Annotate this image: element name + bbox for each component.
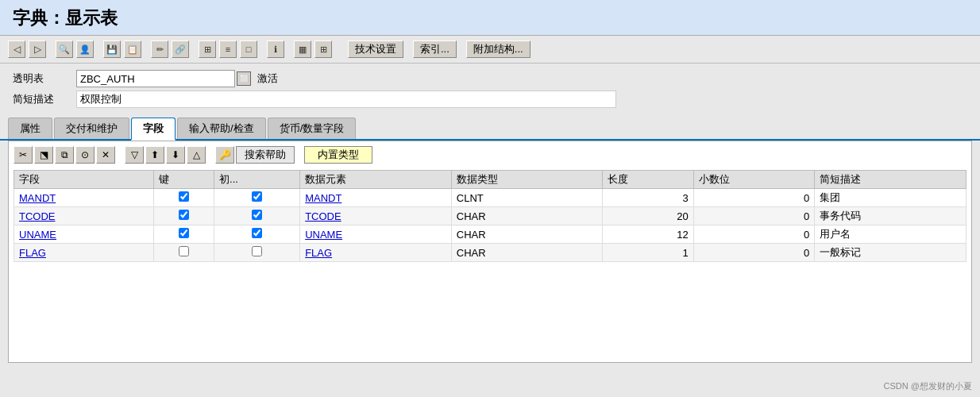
filter-icon: ▽ xyxy=(131,149,138,160)
append-structure-button[interactable]: 附加结构... xyxy=(466,40,531,58)
search-group: 🔑 搜索帮助 xyxy=(215,146,295,164)
blocks-button[interactable]: ⊞ xyxy=(199,40,216,58)
col-initial: 初... xyxy=(214,171,300,189)
tech-settings-button[interactable]: 技术设置 xyxy=(348,40,403,58)
cell-key[interactable] xyxy=(153,225,214,244)
table-button[interactable]: ⊞ xyxy=(314,40,332,58)
link-button[interactable]: 🔗 xyxy=(172,40,189,58)
doc-button[interactable]: 📋 xyxy=(124,40,141,58)
table-icon: ⊞ xyxy=(320,44,327,55)
cell-data-type: CLNT xyxy=(451,189,603,207)
main-toolbar: 🔍 👤 💾 📋 ✏ 🔗 ⊞ ≡ □ ℹ ▦ ⊞ 技术设置 索引... 附加结构.… xyxy=(0,36,980,64)
cell-initial[interactable] xyxy=(214,225,300,244)
copy3-button[interactable]: ⊙ xyxy=(75,146,95,164)
lines-icon: ≡ xyxy=(226,44,230,54)
cell-data-element[interactable]: UNAME xyxy=(300,225,452,244)
copy-button[interactable]: ⬜ xyxy=(237,71,251,86)
cell-initial[interactable] xyxy=(214,207,300,225)
cell-data-type: CHAR xyxy=(451,225,603,244)
cell-desc: 一般标记 xyxy=(815,244,966,262)
doc-icon: 📋 xyxy=(127,44,138,55)
content-area: ✂ ⬔ ⧉ ⊙ ✕ ▽ ⬆ ⬇ xyxy=(8,141,972,363)
blocks-icon: ⊞ xyxy=(204,44,211,55)
copy-icon: ⬜ xyxy=(240,75,249,83)
content-toolbar: ✂ ⬔ ⧉ ⊙ ✕ ▽ ⬆ ⬇ xyxy=(14,146,966,164)
transparent-table-label: 透明表 xyxy=(13,71,76,86)
cell-initial[interactable] xyxy=(214,244,300,262)
tab-properties[interactable]: 属性 xyxy=(8,118,52,139)
cut-button[interactable]: ✂ xyxy=(14,146,33,164)
key-button[interactable]: 🔑 xyxy=(215,146,234,164)
grid-button[interactable]: ▦ xyxy=(294,40,311,58)
table-name-input[interactable] xyxy=(76,70,235,87)
cell-field[interactable]: MANDT xyxy=(14,189,154,207)
title-bar: 字典：显示表 xyxy=(0,0,980,36)
cell-data-element[interactable]: TCODE xyxy=(300,207,452,225)
cut-copy-group: ✂ ⬔ ⧉ ⊙ ✕ xyxy=(14,146,115,164)
short-desc-input[interactable] xyxy=(76,91,616,108)
cell-data-element[interactable]: FLAG xyxy=(300,244,452,262)
cell-key[interactable] xyxy=(153,244,214,262)
cell-length: 3 xyxy=(603,189,693,207)
copy2-button[interactable]: ⧉ xyxy=(55,146,74,164)
cell-initial[interactable] xyxy=(214,189,300,207)
save-button[interactable]: 💾 xyxy=(103,40,121,58)
cell-field[interactable]: TCODE xyxy=(14,207,154,225)
col-length: 长度 xyxy=(603,171,693,189)
forward-icon xyxy=(34,44,41,55)
upload-button[interactable]: ⬆ xyxy=(145,146,164,164)
pencil-icon: ✏ xyxy=(156,44,164,55)
box-button[interactable]: □ xyxy=(240,40,257,58)
download-button[interactable]: ⬇ xyxy=(166,146,185,164)
col-desc: 简短描述 xyxy=(815,171,966,189)
glasses-icon: 🔍 xyxy=(59,44,70,55)
copy1-button[interactable]: ⬔ xyxy=(34,146,53,164)
cell-decimal: 0 xyxy=(693,244,815,262)
upload-icon: ⬆ xyxy=(151,149,159,160)
search-help-button[interactable]: 搜索帮助 xyxy=(236,146,295,164)
forward-button[interactable] xyxy=(29,40,46,58)
table-name-row: 透明表 ⬜ 激活 xyxy=(13,70,967,87)
cell-decimal: 0 xyxy=(693,225,815,244)
short-desc-row: 简短描述 xyxy=(13,91,967,108)
person-button[interactable]: 👤 xyxy=(76,40,94,58)
back-button[interactable] xyxy=(8,40,25,58)
tab-currency[interactable]: 货币/数量字段 xyxy=(268,118,357,139)
glasses-button[interactable]: 🔍 xyxy=(56,40,73,58)
cell-data-element[interactable]: MANDT xyxy=(300,189,452,207)
col-data-type: 数据类型 xyxy=(451,171,603,189)
sort-up-button[interactable]: △ xyxy=(187,146,206,164)
cell-length: 12 xyxy=(603,225,693,244)
cell-length: 20 xyxy=(603,207,693,225)
cut-icon: ✂ xyxy=(19,149,27,160)
pencil-button[interactable]: ✏ xyxy=(151,40,168,58)
table-row: FLAGFLAGCHAR10一般标记 xyxy=(14,244,966,262)
cell-key[interactable] xyxy=(153,207,214,225)
copy3-icon: ⊙ xyxy=(81,149,89,160)
cell-data-type: CHAR xyxy=(451,207,603,225)
info-icon: ℹ xyxy=(274,44,277,55)
box-icon: □ xyxy=(246,44,252,54)
delete-button[interactable]: ✕ xyxy=(96,146,115,164)
table-row: UNAMEUNAMECHAR120用户名 xyxy=(14,225,966,244)
index-button[interactable]: 索引... xyxy=(413,40,457,58)
cell-field[interactable]: FLAG xyxy=(14,244,154,262)
builtin-type-button[interactable]: 内置类型 xyxy=(304,146,372,164)
table-header-row: 字段 键 初... 数据元素 数据类型 长度 小数位 简短描述 xyxy=(14,171,966,189)
info-button[interactable]: ℹ xyxy=(267,40,284,58)
short-desc-label: 简短描述 xyxy=(13,92,76,106)
sort-up-icon: △ xyxy=(193,149,200,160)
tab-delivery[interactable]: 交付和维护 xyxy=(54,118,129,139)
cell-key[interactable] xyxy=(153,189,214,207)
filter-group: ▽ ⬆ ⬇ △ xyxy=(125,146,206,164)
filter-button[interactable]: ▽ xyxy=(125,146,144,164)
table-row: MANDTMANDTCLNT30集团 xyxy=(14,189,966,207)
copy1-icon: ⬔ xyxy=(40,149,48,160)
lines-button[interactable]: ≡ xyxy=(219,40,237,58)
cell-field[interactable]: UNAME xyxy=(14,225,154,244)
activate-button[interactable]: 激活 xyxy=(257,71,278,86)
tab-fields[interactable]: 字段 xyxy=(131,118,176,141)
link-icon: 🔗 xyxy=(175,44,186,55)
fields-table: 字段 键 初... 数据元素 数据类型 长度 小数位 简短描述 MANDTMAN… xyxy=(14,170,966,262)
tab-input-help[interactable]: 输入帮助/检查 xyxy=(177,118,266,139)
